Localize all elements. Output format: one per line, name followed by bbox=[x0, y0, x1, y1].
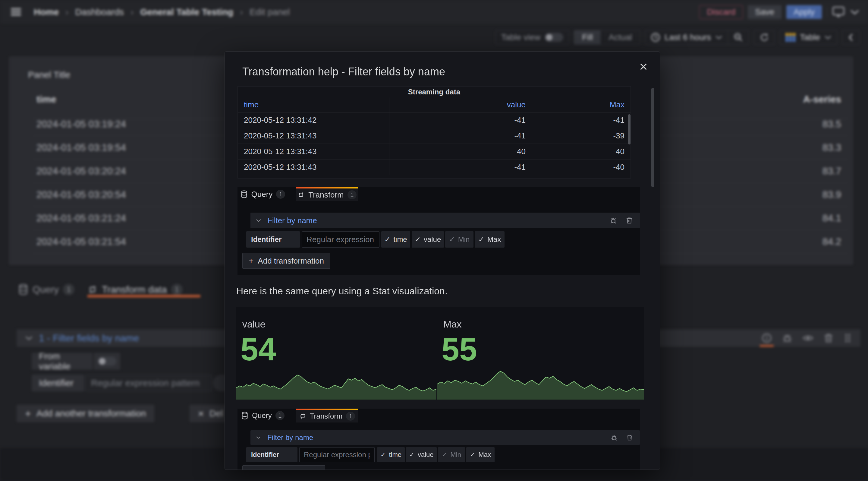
panel-title: Panel Title bbox=[28, 70, 70, 80]
filter-title: Filter by name bbox=[267, 216, 317, 225]
stat-label: value bbox=[242, 319, 266, 330]
column-header-a-series[interactable]: A-series bbox=[803, 94, 841, 105]
transformation-row-title[interactable]: 1 - Filter fields by name bbox=[39, 333, 139, 344]
cell: -40 bbox=[532, 159, 630, 175]
collapse-pane-button[interactable] bbox=[842, 30, 860, 44]
table-scrollbar[interactable] bbox=[628, 114, 630, 145]
close-icon[interactable] bbox=[639, 59, 648, 74]
identifier-label-2: Identifier bbox=[246, 447, 298, 462]
table-view-toggle[interactable] bbox=[545, 33, 563, 42]
modal-title: Transformation help - Filter fields by n… bbox=[242, 65, 445, 78]
drag-handle-icon[interactable] bbox=[843, 332, 852, 344]
refresh-icon bbox=[760, 33, 769, 42]
refresh-button[interactable] bbox=[754, 30, 775, 44]
stat-max-panel: Max 55 bbox=[437, 307, 644, 400]
check-icon bbox=[380, 451, 386, 459]
fill-actual-group: Fill Actual bbox=[574, 30, 640, 44]
add-transformation-button[interactable]: Add transformation bbox=[242, 253, 330, 269]
menu-icon[interactable] bbox=[11, 8, 21, 16]
regex-pattern-input-2[interactable] bbox=[299, 447, 375, 462]
breadcrumb-home[interactable]: Home bbox=[34, 7, 59, 17]
column-header-time[interactable]: time bbox=[238, 97, 389, 113]
debug-icon[interactable] bbox=[610, 434, 618, 442]
regex-pattern-input[interactable] bbox=[302, 231, 379, 248]
eye-icon[interactable] bbox=[802, 332, 814, 344]
field-chip-max[interactable]: Max bbox=[475, 231, 504, 248]
modal-scrollbar[interactable] bbox=[651, 88, 654, 187]
info-active-underline bbox=[760, 345, 774, 347]
sparkline-chart bbox=[236, 365, 436, 399]
field-chip-min-2[interactable]: Min bbox=[438, 447, 465, 462]
plus-icon bbox=[249, 256, 253, 266]
info-icon[interactable] bbox=[761, 332, 772, 344]
time-range-picker[interactable]: Last 6 hours bbox=[645, 30, 728, 44]
active-tab-underline bbox=[87, 295, 200, 297]
cell: -41 bbox=[389, 159, 532, 175]
filter-by-name-header-2[interactable]: Filter by name bbox=[250, 430, 640, 445]
tab-query-2[interactable]: Query 1 bbox=[244, 409, 282, 422]
tab-transform[interactable]: Transform 1 bbox=[296, 187, 358, 201]
transform-count-badge: 1 bbox=[347, 190, 356, 199]
stat-value-panel: value 54 bbox=[236, 307, 437, 400]
save-button[interactable]: Save bbox=[748, 5, 781, 19]
field-chip-time-2[interactable]: time bbox=[377, 447, 405, 462]
breadcrumb-edit-panel: Edit panel bbox=[250, 7, 290, 17]
sparkline-chart bbox=[437, 365, 644, 399]
field-chip-max-2[interactable]: Max bbox=[466, 447, 495, 462]
column-header-max[interactable]: Max bbox=[532, 97, 630, 113]
from-variable-toggle[interactable] bbox=[98, 357, 116, 366]
chevron-down-icon bbox=[715, 35, 722, 40]
add-transformation-button-2[interactable]: Add transformation bbox=[242, 465, 325, 470]
cell: 2020-05-12 13:31:43 bbox=[238, 159, 389, 175]
cell: -41 bbox=[532, 113, 630, 128]
monitor-icon[interactable] bbox=[832, 6, 845, 18]
trash-icon[interactable] bbox=[626, 434, 633, 442]
cell: -40 bbox=[532, 144, 630, 159]
query-count-badge: 1 bbox=[63, 284, 74, 295]
chevron-right-icon bbox=[130, 7, 133, 17]
tab-query[interactable]: Query 1 bbox=[244, 187, 282, 201]
breadcrumb-dashboards[interactable]: Dashboards bbox=[75, 7, 124, 17]
stat-caption: Here is the same query using a Stat visu… bbox=[236, 285, 447, 297]
identifier-input[interactable] bbox=[85, 374, 212, 391]
trash-icon[interactable] bbox=[823, 332, 834, 344]
database-icon bbox=[241, 411, 248, 420]
column-header-value[interactable]: value bbox=[389, 97, 532, 113]
debug-icon[interactable] bbox=[609, 216, 618, 225]
streaming-data-table: Streaming data time value Max 2020-05-12… bbox=[238, 86, 631, 179]
visualization-picker[interactable]: Table bbox=[780, 30, 837, 44]
field-chip-value-2[interactable]: value bbox=[406, 447, 437, 462]
check-icon bbox=[442, 451, 447, 459]
field-chip-value[interactable]: value bbox=[412, 231, 444, 248]
cell: 2020-05-12 13:31:43 bbox=[238, 128, 389, 144]
cell: 2020-05-12 13:31:43 bbox=[238, 144, 389, 159]
transform-icon bbox=[298, 191, 305, 199]
plus-icon bbox=[25, 408, 31, 419]
chevron-down-icon[interactable] bbox=[850, 9, 860, 15]
actual-button[interactable]: Actual bbox=[601, 30, 640, 44]
breadcrumb: Home Dashboards General Table Testing Ed… bbox=[34, 0, 290, 24]
chevron-down-icon bbox=[256, 436, 261, 440]
field-chip-min[interactable]: Min bbox=[445, 231, 473, 248]
check-icon bbox=[415, 235, 421, 244]
time-range-label: Last 6 hours bbox=[664, 33, 711, 42]
cell: 2020-05-12 13:31:42 bbox=[238, 113, 389, 128]
field-chip-time[interactable]: time bbox=[381, 231, 410, 248]
divider bbox=[827, 7, 827, 17]
debug-icon[interactable] bbox=[781, 332, 793, 344]
add-another-transformation-button[interactable]: Add another transformation bbox=[17, 405, 154, 422]
top-nav: Home Dashboards General Table Testing Ed… bbox=[0, 0, 868, 24]
apply-button[interactable]: Apply bbox=[786, 5, 822, 19]
discard-button[interactable]: Discard bbox=[699, 5, 743, 19]
tab-transform-2[interactable]: Transform 1 bbox=[296, 409, 358, 422]
breadcrumb-dashboard-name[interactable]: General Table Testing bbox=[140, 7, 233, 17]
chevron-down-icon bbox=[824, 35, 832, 40]
zoom-out-button[interactable] bbox=[728, 30, 749, 44]
trash-icon[interactable] bbox=[625, 216, 633, 225]
fill-button[interactable]: Fill bbox=[574, 30, 601, 44]
check-icon bbox=[470, 451, 475, 459]
column-header-time[interactable]: time bbox=[36, 94, 56, 105]
filter-by-name-header[interactable]: Filter by name bbox=[250, 213, 640, 228]
table-viz-icon bbox=[785, 33, 796, 41]
tab-query[interactable]: Query 1 bbox=[18, 282, 74, 297]
